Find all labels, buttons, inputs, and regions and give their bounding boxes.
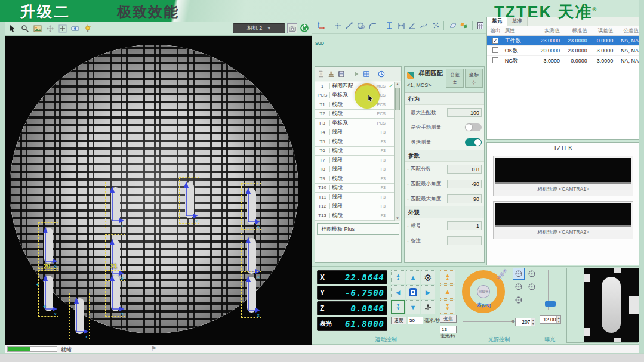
width-icon[interactable] — [396, 20, 406, 31]
ring-1-button[interactable] — [513, 268, 525, 280]
snapshot-button[interactable] — [287, 23, 297, 33]
zoom-button[interactable]: 变焦 — [440, 315, 457, 323]
stamp-icon[interactable] — [326, 69, 336, 79]
coordinate-button[interactable]: 坐标⊹ — [465, 69, 483, 88]
arc-icon[interactable] — [367, 20, 377, 31]
spinner-arrows-icon[interactable]: ▲▼ — [556, 316, 560, 323]
angle-icon[interactable] — [407, 20, 417, 31]
tolerance-button[interactable]: 公差± — [446, 69, 464, 88]
ring-3-button[interactable] — [513, 281, 525, 293]
up-button[interactable]: ▲ — [406, 270, 420, 284]
field-input[interactable] — [447, 221, 482, 230]
ring-4-button[interactable] — [526, 281, 538, 293]
left-button[interactable]: ◀ — [391, 285, 405, 299]
scroll-up-icon[interactable]: ▲ — [395, 82, 400, 86]
image-icon[interactable] — [32, 23, 43, 34]
row-checkbox-cell[interactable] — [487, 47, 504, 54]
row-checkbox-cell[interactable] — [487, 57, 504, 64]
element-list-item[interactable]: T5线段F3 — [315, 137, 395, 147]
checkbox[interactable]: ✓ — [492, 38, 498, 44]
calc-icon[interactable] — [476, 20, 486, 31]
double-up-button[interactable]: ▲▲ — [391, 270, 405, 284]
exposure-slider-handle[interactable] — [545, 301, 556, 307]
coaxial-light[interactable]: 同轴光 — [477, 285, 490, 298]
down-button[interactable]: ▼ — [406, 300, 420, 314]
ring-5-button[interactable] — [513, 294, 525, 306]
element-list-item[interactable]: 1样图匹配MCS✓ — [315, 82, 395, 91]
checkbox[interactable] — [492, 47, 498, 53]
field-toggle[interactable] — [465, 138, 482, 146]
clock-icon[interactable] — [377, 69, 386, 79]
stop-button[interactable] — [406, 285, 420, 299]
refresh-button[interactable] — [300, 23, 309, 33]
z-double-down-button[interactable]: ▼▼ — [440, 300, 455, 314]
axis-icon[interactable] — [316, 20, 326, 31]
grid-icon[interactable] — [362, 69, 371, 79]
zoom-speed-input[interactable] — [440, 326, 457, 333]
element-list-scrollbar[interactable]: ▲ ▼ — [394, 82, 400, 221]
element-list-item[interactable]: T13线段F3 — [315, 211, 395, 221]
element-list-item[interactable]: T10线段F3 — [315, 184, 395, 193]
exposure-input[interactable] — [540, 316, 556, 323]
template-footer[interactable]: 样图模板 Plus — [317, 223, 399, 235]
ibeam-icon[interactable] — [384, 20, 395, 31]
spinner-arrows-icon[interactable]: ▲▼ — [531, 318, 535, 326]
element-list-item[interactable]: T1线段PCS — [315, 100, 395, 110]
double-down-button[interactable]: ▼▼ — [391, 300, 405, 314]
element-list-item[interactable]: T7线段F3 — [315, 156, 395, 165]
pattern-icon[interactable] — [458, 20, 469, 31]
camera-image-area[interactable]: xxxxxxx20x21xx + + — [5, 36, 312, 345]
checkbox[interactable] — [492, 57, 498, 63]
light-value-input[interactable] — [516, 318, 531, 326]
match-marker: x — [241, 271, 261, 318]
scatter-icon[interactable] — [430, 20, 440, 31]
exposure-spinner[interactable]: ▲▼ — [540, 315, 561, 324]
field-input[interactable] — [447, 236, 482, 245]
z-up-button[interactable]: ▲ — [440, 285, 455, 299]
doc-icon[interactable] — [316, 69, 326, 79]
element-list-item[interactable]: T12线段F3 — [315, 202, 395, 212]
light-value-spinner[interactable]: ▲▼ — [515, 318, 535, 326]
circle-icon[interactable] — [356, 20, 366, 31]
sliders-button[interactable] — [421, 300, 435, 314]
field-input[interactable] — [447, 194, 482, 203]
row-checkbox-cell[interactable]: ✓ — [487, 38, 504, 44]
plane-icon[interactable] — [447, 20, 457, 31]
element-list-item[interactable]: T2线段PCS — [315, 110, 395, 119]
speed-input[interactable] — [408, 317, 423, 324]
zoom-icon[interactable] — [20, 23, 30, 34]
right-button[interactable]: ▶ — [421, 285, 435, 299]
element-list-item[interactable]: T11线段F3 — [315, 193, 395, 202]
z-double-up-button[interactable]: ▲▲ — [440, 270, 455, 284]
element-list-item[interactable]: F3坐标系PCS — [315, 119, 395, 128]
results-row[interactable]: NG数3.00000.00003.0000NA, NA — [487, 56, 639, 66]
speed-button[interactable]: 速度 — [391, 317, 406, 324]
field-toggle[interactable] — [465, 123, 482, 131]
light-intensity-slider[interactable]: ◆ — [463, 321, 513, 322]
ring-2-button[interactable] — [526, 268, 538, 280]
line-icon[interactable] — [344, 20, 355, 31]
scrollbar-thumb[interactable] — [395, 88, 400, 110]
results-row[interactable]: ✓工件数23.000023.00000.0000NA, NA — [487, 36, 639, 46]
element-list-item[interactable]: T4线段F3 — [315, 128, 395, 138]
results-row[interactable]: OK数20.000023.0000-3.0000NA, NA — [487, 46, 639, 56]
bulb-icon[interactable] — [82, 23, 93, 34]
element-list-item[interactable]: T9线段F3 — [315, 174, 395, 184]
pan-icon[interactable] — [45, 23, 56, 34]
field-input[interactable] — [447, 180, 482, 188]
plus-icon[interactable] — [57, 23, 68, 34]
camera-select-dropdown[interactable]: 相机 2 ▼ — [233, 23, 285, 33]
floppy-icon[interactable] — [337, 69, 346, 79]
curve-icon[interactable] — [419, 20, 429, 31]
point-icon[interactable] — [332, 20, 343, 31]
level-icon[interactable] — [70, 23, 81, 34]
field-input[interactable] — [447, 108, 482, 117]
gear-button[interactable]: ⚙ — [421, 270, 435, 284]
element-list-item[interactable]: T6线段F3 — [315, 147, 395, 156]
element-list-item[interactable]: T8线段F3 — [315, 165, 395, 175]
play-icon[interactable] — [352, 69, 361, 79]
scroll-down-icon[interactable]: ▼ — [395, 216, 400, 220]
match-marker-label: 21 — [110, 263, 117, 270]
cursor-icon[interactable] — [7, 23, 18, 34]
field-input[interactable] — [447, 165, 482, 174]
